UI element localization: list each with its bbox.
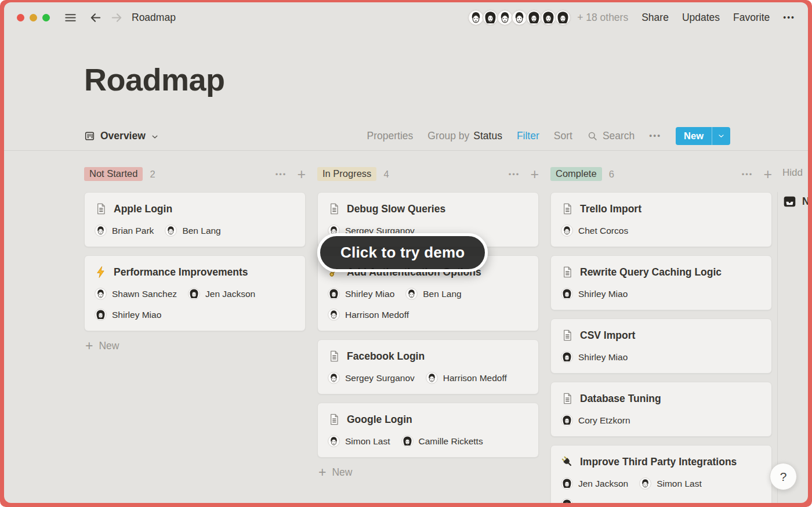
- page-title: Roadmap: [84, 61, 225, 97]
- card-facebook-login[interactable]: Facebook Login Sergey Surganov Harrison …: [317, 339, 539, 394]
- group-by-button[interactable]: Group by Status: [427, 130, 502, 142]
- column-more-icon[interactable]: •••: [742, 171, 753, 178]
- column-more-icon[interactable]: •••: [276, 171, 287, 178]
- history-navigation: [89, 11, 124, 24]
- column-header: Complete 6 ••• +: [550, 166, 772, 182]
- add-card-button[interactable]: + New: [84, 339, 306, 353]
- card-title: Improve Third Party Integrations: [580, 456, 737, 468]
- board-column-complete: Complete 6 ••• + Trello Import Chet Corc…: [550, 166, 772, 503]
- close-window-button[interactable]: [17, 14, 24, 21]
- avatar: [561, 414, 573, 426]
- assignee: Brian Park: [95, 224, 154, 237]
- traffic-lights: [17, 14, 50, 21]
- card-database-tuning[interactable]: Database Tuning Cory Etzkorn: [550, 382, 772, 437]
- card-title: Google Login: [347, 414, 412, 426]
- share-button[interactable]: Share: [641, 12, 669, 24]
- properties-button[interactable]: Properties: [367, 130, 414, 142]
- card-rewrite-query-caching-logic[interactable]: Rewrite Query Caching Logic Shirley Miao: [550, 255, 772, 310]
- add-card-label: New: [99, 340, 119, 352]
- column-more-icon[interactable]: •••: [509, 171, 520, 178]
- avatar: [165, 224, 177, 237]
- add-card-label: New: [332, 466, 352, 479]
- presence-avatars[interactable]: + 18 others: [467, 9, 628, 26]
- forward-arrow-icon[interactable]: [110, 11, 124, 24]
- add-card-button[interactable]: + New: [317, 466, 539, 479]
- avatar: [95, 224, 107, 237]
- view-switcher[interactable]: Overview: [84, 130, 159, 142]
- assignee-name: Simon Last: [657, 479, 702, 489]
- toolbar-more-icon[interactable]: •••: [649, 131, 661, 140]
- document-icon: [561, 392, 574, 405]
- more-options-icon[interactable]: •••: [783, 13, 795, 22]
- card-title: Database Tuning: [580, 393, 661, 405]
- avatar: [561, 288, 573, 300]
- maximize-window-button[interactable]: [42, 14, 50, 21]
- avatar: [188, 288, 200, 300]
- column-add-icon[interactable]: +: [763, 167, 772, 182]
- search-label: Search: [603, 130, 635, 142]
- new-button[interactable]: New: [676, 127, 730, 145]
- view-name: Overview: [100, 130, 146, 142]
- column-header: In Progress 4 ••• +: [317, 166, 539, 182]
- status-badge-not-started[interactable]: Not Started: [84, 167, 143, 181]
- group-by-value: Status: [473, 130, 502, 142]
- assignee: Simon Last: [639, 477, 702, 490]
- favorite-button[interactable]: Favorite: [733, 12, 770, 24]
- column-count: 6: [609, 169, 614, 180]
- assignee-name: Shirley Miao: [578, 289, 628, 299]
- status-badge-complete[interactable]: Complete: [550, 167, 602, 181]
- assignee-name: Cory Etzkorn: [578, 415, 630, 426]
- group-by-label: Group by: [427, 130, 469, 142]
- status-badge-in-progress[interactable]: In Progress: [317, 167, 376, 181]
- column-count: 2: [150, 169, 155, 180]
- card-title: Facebook Login: [347, 350, 425, 363]
- avatar: [328, 435, 340, 447]
- new-button-label[interactable]: New: [676, 127, 712, 145]
- card-google-login[interactable]: Google Login Simon Last Camille Ricketts: [317, 403, 539, 458]
- document-icon: [95, 202, 107, 215]
- minimize-window-button[interactable]: [30, 14, 37, 21]
- avatar-stack: [467, 9, 571, 26]
- column-add-icon[interactable]: +: [297, 167, 306, 182]
- sort-button[interactable]: Sort: [554, 130, 572, 142]
- avatar: [95, 288, 107, 300]
- hidden-groups-label[interactable]: Hidd: [782, 167, 803, 179]
- assignee: Simon Last: [328, 435, 390, 447]
- hidden-groups-divider: [777, 192, 778, 503]
- toolbar-actions: Properties Group by Status Filter Sort S…: [367, 127, 730, 145]
- assignee: Jen Jackson: [561, 477, 628, 490]
- card-csv-import[interactable]: CSV Import Shirley Miao: [550, 318, 772, 374]
- assignee: Sergey Surganov: [328, 372, 415, 384]
- inbox-tray-icon: [782, 194, 797, 209]
- hamburger-menu-icon[interactable]: [64, 11, 77, 24]
- assignee: Camille Ricketts: [401, 435, 483, 447]
- assignee-name: Shawn Sanchez: [112, 289, 177, 299]
- filter-button[interactable]: Filter: [517, 130, 539, 142]
- new-button-chevron-icon[interactable]: [712, 127, 730, 145]
- column-header: Not Started 2 ••• +: [84, 166, 306, 182]
- help-button[interactable]: ?: [770, 463, 797, 490]
- card-title: Performance Improvements: [114, 266, 248, 278]
- hidden-group-item[interactable]: N: [782, 194, 808, 209]
- avatar: [639, 477, 651, 490]
- back-arrow-icon[interactable]: [89, 11, 102, 24]
- toolbar-divider: [4, 150, 808, 151]
- demo-cta-tooltip[interactable]: Click to try demo: [317, 233, 488, 272]
- assignee-name: Simon Last: [345, 436, 390, 447]
- card-improve-third-party-integrations[interactable]: Improve Third Party Integrations Jen Jac…: [550, 445, 772, 503]
- card-title: CSV Import: [580, 329, 635, 342]
- card-apple-login[interactable]: Apple Login Brian Park Ben Lang: [84, 192, 306, 247]
- avatar: [405, 288, 418, 300]
- column-add-icon[interactable]: +: [530, 167, 539, 182]
- lightning-icon: [95, 266, 107, 278]
- browser-frame: Roadmap + 18 others Share Updates: [0, 0, 812, 507]
- board-column-in-progress: In Progress 4 ••• + Debug Slow Queries S…: [317, 166, 539, 479]
- search-button[interactable]: Search: [587, 130, 635, 142]
- assignee: Harrison Medoff: [328, 309, 409, 321]
- assignee: Shirley Miao: [561, 288, 628, 300]
- card-trello-import[interactable]: Trello Import Chet Corcos: [550, 192, 772, 247]
- plus-icon: +: [318, 466, 326, 479]
- updates-button[interactable]: Updates: [682, 12, 720, 24]
- card-performance-improvements[interactable]: Performance Improvements Shawn Sanchez J…: [84, 255, 306, 331]
- assignee-name: Brian Park: [112, 226, 154, 236]
